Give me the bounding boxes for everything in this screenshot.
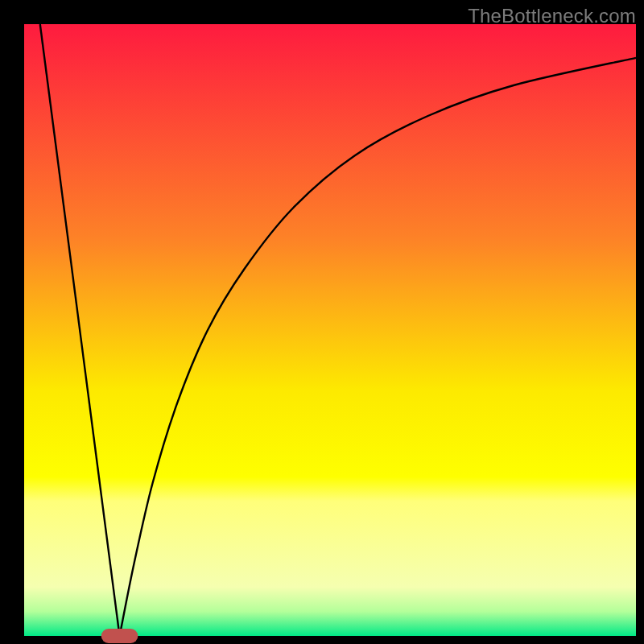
watermark-label: TheBottleneck.com xyxy=(468,5,636,27)
chart-container: TheBottleneck.com xyxy=(0,0,644,644)
plot-area xyxy=(24,24,636,636)
bottom-marker xyxy=(101,629,138,643)
chart-svg xyxy=(0,0,644,644)
